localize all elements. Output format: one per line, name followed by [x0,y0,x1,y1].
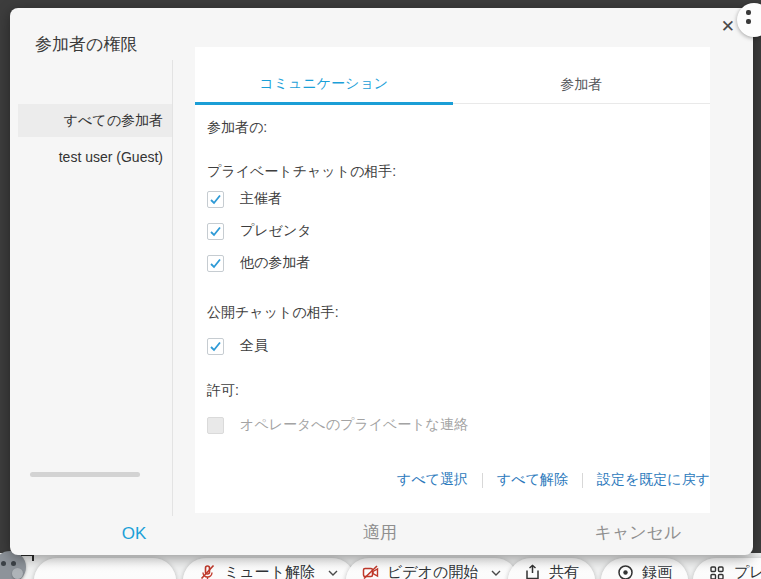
chevron-down-icon[interactable] [327,567,339,579]
dialog-title: 参加者の権限 [35,33,137,56]
apply-button[interactable]: 適用 [338,521,422,544]
privileges-panel: コミュニケーション 参加者 参加者の: プライベートチャットの相手: 主催者 プ… [195,47,710,513]
apps-button[interactable]: プレ [693,558,761,579]
checkbox-checked-icon[interactable] [207,255,224,272]
record-button[interactable]: 録画 [601,558,688,579]
checkbox-checked-icon[interactable] [207,223,224,240]
deselect-all-link[interactable]: すべて解除 [483,471,582,489]
reset-to-default-link[interactable]: 設定を既定に戻す [583,471,724,489]
mic-off-icon [199,564,216,579]
record-label: 録画 [642,563,672,579]
video-off-icon [362,564,379,579]
allow-group-label: 許可: [207,382,239,400]
cancel-button[interactable]: キャンセル [584,521,692,544]
checkbox-row-host[interactable]: 主催者 [207,190,282,208]
sidebar-item-test-user[interactable]: test user (Guest) [18,144,172,171]
sidebar-divider [172,60,173,516]
chevron-down-icon[interactable] [490,567,502,579]
checkbox-label: 他の参加者 [240,254,310,272]
share-label: 共有 [549,563,579,579]
checkbox-row-operator-private-contact: オペレータへのプライベートな連絡 [207,416,468,434]
dots-icon [746,19,751,24]
bulk-action-links: すべて選択 すべて解除 設定を既定に戻す [383,471,724,489]
tab-participants[interactable]: 参加者 [453,47,711,103]
checkbox-checked-icon[interactable] [207,191,224,208]
participant-privileges-dialog: ✕ 参加者の権限 すべての参加者 test user (Guest) コミュニケ… [10,8,753,555]
checkbox-row-other-participants[interactable]: 他の参加者 [207,254,310,272]
public-chat-group-label: 公開チャットの相手: [207,304,339,322]
participant-of-label: 参加者の: [207,119,267,137]
checkbox-disabled-icon [207,417,224,434]
checkbox-row-presenter[interactable]: プレゼンタ [207,222,312,240]
share-icon [524,564,541,579]
ok-button[interactable]: OK [103,524,165,544]
checkbox-label: オペレータへのプライベートな連絡 [240,416,468,434]
checkbox-row-everyone[interactable]: 全員 [207,337,268,355]
dots-icon [746,10,751,15]
toolbar-hidden-button[interactable] [34,558,176,579]
cursor-mark [21,554,34,561]
checkbox-label: 全員 [240,337,268,355]
unmute-label: ミュート解除 [224,563,315,579]
unmute-button[interactable]: ミュート解除 [183,558,355,579]
share-button[interactable]: 共有 [508,558,595,579]
sidebar-horizontal-scrollbar[interactable] [30,472,140,477]
private-chat-group-label: プライベートチャットの相手: [207,163,396,181]
grid-icon [709,564,726,579]
tab-communication[interactable]: コミュニケーション [195,47,453,105]
select-all-link[interactable]: すべて選択 [383,471,482,489]
close-icon[interactable]: ✕ [717,16,739,37]
checkbox-checked-icon[interactable] [207,338,224,355]
checkbox-label: プレゼンタ [240,222,312,240]
start-video-button[interactable]: ビデオの開始 [346,558,518,579]
checkbox-label: 主催者 [240,190,282,208]
record-icon [617,564,634,579]
avatar-bubble-dot [12,568,23,579]
start-video-label: ビデオの開始 [387,563,478,579]
tab-bar: コミュニケーション 参加者 [195,47,710,104]
sidebar-item-all-participants[interactable]: すべての参加者 [18,104,172,137]
apps-label: プレ [734,563,761,579]
